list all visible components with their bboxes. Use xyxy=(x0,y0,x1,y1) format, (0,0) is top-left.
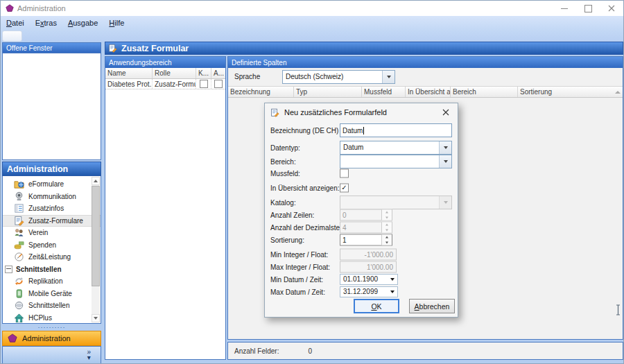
cancel-button[interactable]: Abbrechen xyxy=(409,299,455,313)
spin-up-icon xyxy=(382,223,392,228)
sidebar-item-eformulare[interactable]: eFormulare xyxy=(3,178,101,191)
nav-caption-title: Administration xyxy=(7,164,68,174)
sidebar-item-verein[interactable]: Verein xyxy=(3,227,101,239)
min-datum-label: Min Datum / Zeit: xyxy=(270,275,323,283)
dialog-close-button[interactable] xyxy=(434,103,458,121)
sort-ascending-icon xyxy=(615,91,621,94)
scrollbar-thumb[interactable] xyxy=(92,186,100,286)
dropdown-button[interactable] xyxy=(382,71,395,83)
uebersicht-checkbox[interactable]: ✓ xyxy=(340,184,349,193)
spin-up-icon xyxy=(382,210,392,216)
sidebar-item-zusatzinfos[interactable]: Zusatzinfos xyxy=(3,202,101,215)
scroll-down-button[interactable] xyxy=(92,314,100,322)
column-header-uebersicht[interactable]: In Übersicht anz... xyxy=(406,87,451,97)
configure-buttons-chevron[interactable]: » ▾ xyxy=(87,349,91,361)
status-label: Anzahl Felder: xyxy=(234,347,279,355)
bezeichnung-value: Datum xyxy=(343,127,363,135)
window-title: Administration xyxy=(17,4,66,12)
sidebar-item-replikation[interactable]: Replikation xyxy=(3,275,101,288)
nav-list: eFormulare Kommunikation Zusatzinfos xyxy=(2,176,101,324)
sidebar-item-schnittstellen[interactable]: Schnittstellen xyxy=(3,300,101,312)
bezeichnung-label: Bezeichnung (DE CH) xyxy=(270,127,338,135)
dropdown-button[interactable] xyxy=(439,155,451,168)
sphere-icon xyxy=(14,300,24,311)
application-window: Administration Datei Extras Ausgabe Hilf… xyxy=(0,0,624,364)
sidebar-item-label: Zusatzinfos xyxy=(28,205,64,212)
datentyp-label: Datentyp: xyxy=(270,144,300,152)
sidebar-item-zusatz-formulare[interactable]: Zusatz-Formulare xyxy=(3,215,101,227)
max-integer-input: 1'000.00 xyxy=(340,261,397,273)
column-header-bezeichnung[interactable]: Bezeichnung xyxy=(228,87,294,97)
datentyp-combobox[interactable]: Datum xyxy=(340,141,452,155)
table-row[interactable]: Diabetes Prot... Zusatz-Formul... xyxy=(105,79,225,89)
sidebar-item-spenden[interactable]: Spenden xyxy=(3,239,101,252)
datentyp-row: Datentyp: Datum xyxy=(270,141,452,155)
anwendungsbereich-panel: Anwendungsbereich Name Rolle K... A... D… xyxy=(105,56,226,360)
min-integer-row: Min Integer / Float: -1'000.00 xyxy=(270,248,452,261)
minimize-button[interactable] xyxy=(553,1,576,16)
sidebar-item-label: Spenden xyxy=(28,241,56,249)
menu-ausgabe[interactable]: Ausgabe xyxy=(62,17,103,29)
max-datum-picker[interactable]: 31.12.2099 xyxy=(340,286,398,297)
toolbar-button[interactable] xyxy=(2,31,22,42)
column-header-typ[interactable]: Typ xyxy=(294,87,362,97)
splitter-dots: ·········· xyxy=(38,324,66,331)
bereich-combobox[interactable] xyxy=(340,155,452,168)
sidebar-group-schnittstellen[interactable]: Schnittstellen xyxy=(3,263,101,276)
min-datum-picker[interactable]: 01.01.1900 xyxy=(340,274,398,285)
main-header: Zusatz Formular xyxy=(105,42,623,55)
menu-datei[interactable]: Datei xyxy=(1,17,30,29)
sprache-combobox[interactable]: Deutsch (Schweiz) xyxy=(282,70,395,84)
sidebar-item-label: Kommunikation xyxy=(28,193,76,200)
column-header-name[interactable]: Name xyxy=(105,68,153,78)
close-button[interactable] xyxy=(600,1,623,16)
k-checkbox[interactable] xyxy=(200,80,208,88)
column-header-mussfeld[interactable]: Mussfeld xyxy=(362,87,406,97)
sidebar-item-hcplus[interactable]: HCPlus xyxy=(3,312,101,324)
sprache-row: Sprache Deutsch (Schweiz) xyxy=(228,68,623,86)
dropdown-button xyxy=(439,196,451,209)
mussfeld-checkbox[interactable] xyxy=(340,169,349,178)
cell-k xyxy=(196,79,211,89)
menu-hilfe[interactable]: Hilfe xyxy=(103,17,130,29)
house-icon xyxy=(14,313,24,323)
dialog-title-bar: Neu zusätzliches Formularfeld xyxy=(265,103,458,121)
sidebar-item-label: Schnittstellen xyxy=(28,302,69,309)
column-header-rolle[interactable]: Rolle xyxy=(153,68,196,78)
anwendungsbereich-title: Anwendungsbereich xyxy=(109,59,172,67)
sortierung-label: Sortierung: xyxy=(270,236,304,244)
menu-extras[interactable]: Extras xyxy=(30,17,62,29)
spin-down-icon xyxy=(382,215,392,220)
collapse-expander-icon[interactable] xyxy=(5,266,12,273)
max-integer-label: Max Integer / Float: xyxy=(270,263,330,271)
sidebar-item-label: Zeit&Leistung xyxy=(28,253,71,261)
sortierung-spinner[interactable]: 1 xyxy=(340,234,392,246)
katalog-row: Katalog: xyxy=(270,196,452,209)
min-integer-input: -1'000.00 xyxy=(340,249,397,261)
mussfeld-row: Mussfeld: xyxy=(270,168,452,179)
chevron-down-icon: ▾ xyxy=(87,355,91,361)
katalog-label: Katalog: xyxy=(270,199,296,207)
maximize-button[interactable] xyxy=(576,1,600,16)
sidebar-item-kommunikation[interactable]: Kommunikation xyxy=(3,191,101,203)
dropdown-button[interactable] xyxy=(439,141,451,154)
spin-down-button[interactable] xyxy=(382,240,392,245)
ok-button[interactable]: OK xyxy=(354,299,399,313)
min-integer-label: Min Integer / Float: xyxy=(270,251,328,259)
nav-scrollbar[interactable] xyxy=(92,177,100,322)
bezeichnung-input[interactable]: Datum xyxy=(340,123,452,137)
administration-bar[interactable]: Administration xyxy=(2,331,101,346)
sidebar-splitter[interactable]: ·········· xyxy=(2,324,101,331)
scroll-up-button[interactable] xyxy=(92,177,100,185)
column-header-sortierung[interactable]: Sortierung xyxy=(518,87,623,97)
column-header-a[interactable]: A... xyxy=(211,68,225,78)
sidebar-item-mobile-geraete[interactable]: Mobile Geräte xyxy=(3,288,101,300)
a-checkbox[interactable] xyxy=(214,80,223,88)
open-windows-list[interactable] xyxy=(2,53,101,160)
bereich-row: Bereich: xyxy=(270,155,452,168)
spin-up-button[interactable] xyxy=(382,235,392,241)
sidebar-item-zeit-leistung[interactable]: Zeit&Leistung xyxy=(3,251,101,263)
sidebar-item-label: Verein xyxy=(28,229,48,236)
column-header-k[interactable]: K... xyxy=(196,68,211,78)
column-header-bereich[interactable]: Bereich xyxy=(451,87,518,97)
